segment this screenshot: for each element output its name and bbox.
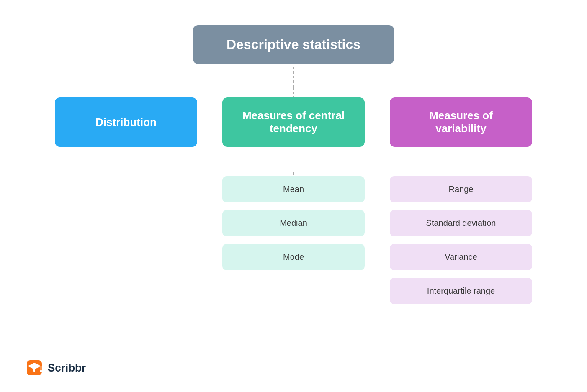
diagram-container: Descriptive statistics Distribution Meas… xyxy=(0,0,587,392)
central-tendency-label: Measures of central tendency xyxy=(235,109,352,135)
range-label: Range xyxy=(449,184,474,194)
root-node: Descriptive statistics xyxy=(193,25,394,64)
leaf-mode: Mode xyxy=(222,244,365,270)
iqr-label: Interquartile range xyxy=(427,286,495,295)
level2-row: Distribution Measures of central tendenc… xyxy=(55,97,532,147)
median-label: Median xyxy=(280,218,307,228)
leaf-std-dev: Standard deviation xyxy=(390,210,532,236)
root-label: Descriptive statistics xyxy=(227,37,360,52)
level3-row: Mean Median Mode Range Standard deviatio… xyxy=(55,176,532,304)
central-tendency-children: Mean Median Mode xyxy=(222,176,365,270)
svg-rect-9 xyxy=(33,369,35,372)
distribution-box: Distribution xyxy=(55,97,197,147)
variability-children: Range Standard deviation Variance Interq… xyxy=(390,176,532,304)
leaf-range: Range xyxy=(390,176,532,202)
mean-label: Mean xyxy=(283,184,304,194)
variance-label: Variance xyxy=(445,252,477,261)
leaf-iqr: Interquartile range xyxy=(390,278,532,304)
logo: Scribbr xyxy=(25,359,86,377)
mode-label: Mode xyxy=(283,252,304,261)
variability-box: Measures of variability xyxy=(390,97,532,147)
leaf-mean: Mean xyxy=(222,176,365,202)
leaf-median: Median xyxy=(222,210,365,236)
svg-point-11 xyxy=(40,370,42,372)
central-tendency-box: Measures of central tendency xyxy=(222,97,365,147)
std-dev-label: Standard deviation xyxy=(426,218,496,228)
logo-text: Scribbr xyxy=(48,361,86,374)
leaf-variance: Variance xyxy=(390,244,532,270)
distribution-label: Distribution xyxy=(95,116,157,129)
variability-label: Measures of variability xyxy=(402,109,520,135)
scribbr-logo-icon xyxy=(25,359,44,377)
